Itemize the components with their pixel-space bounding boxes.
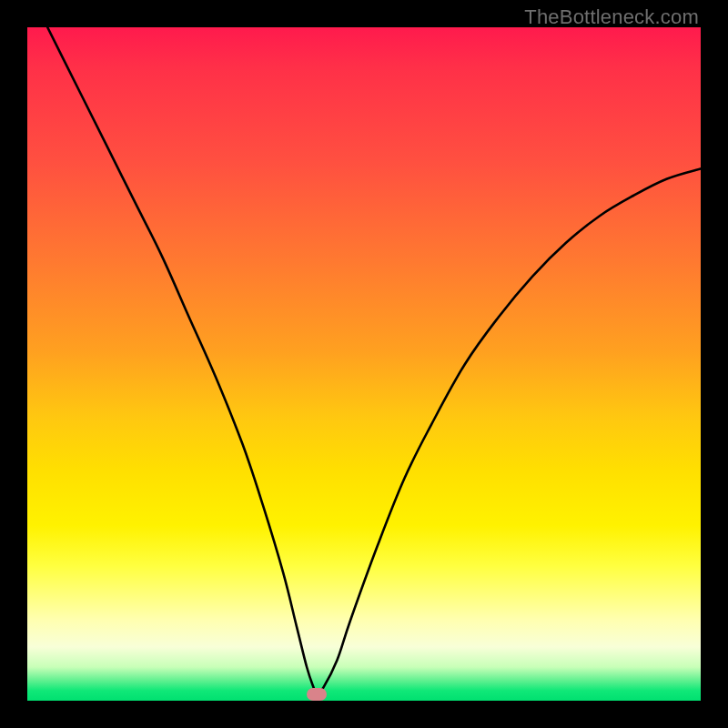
chart-frame: TheBottleneck.com [0, 0, 728, 728]
curve-path [47, 27, 701, 694]
watermark-text: TheBottleneck.com [524, 5, 699, 29]
bottleneck-curve [27, 27, 701, 701]
plot-area [27, 27, 701, 701]
optimal-marker [307, 688, 327, 701]
